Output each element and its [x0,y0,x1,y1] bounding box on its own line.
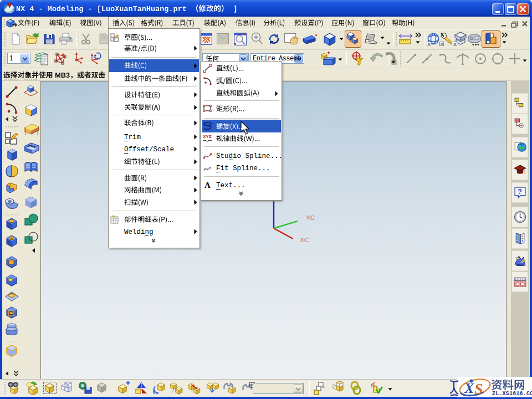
svg-text:XYZ: XYZ [203,134,212,139]
svg-text:?: ? [518,188,522,196]
svg-text:X: X [464,380,474,396]
svg-text:S: S [474,380,483,397]
